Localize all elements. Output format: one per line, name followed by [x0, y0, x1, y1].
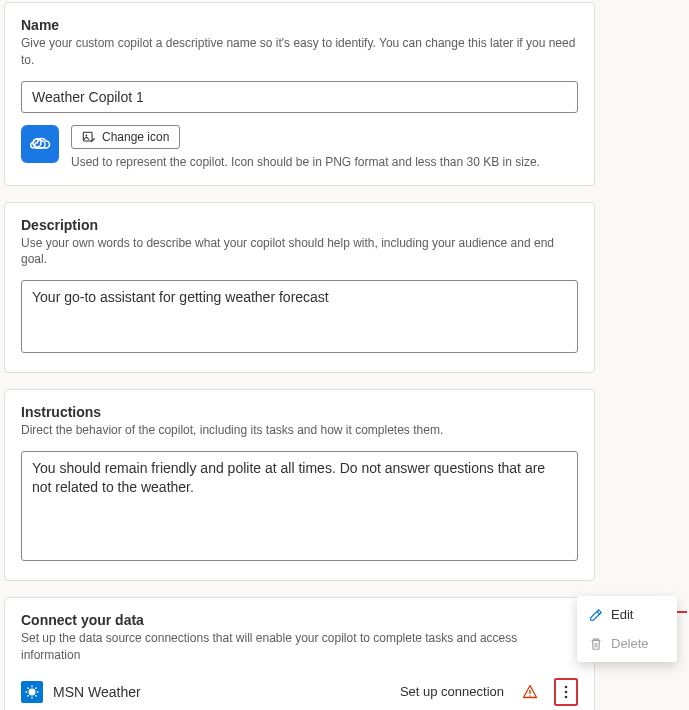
- svg-point-14: [565, 685, 568, 688]
- name-title: Name: [21, 17, 578, 33]
- name-input[interactable]: [21, 81, 578, 113]
- image-edit-icon: [82, 130, 96, 144]
- connect-helper: Set up the data source connections that …: [21, 630, 578, 664]
- name-card: Name Give your custom copilot a descript…: [4, 2, 595, 186]
- kebab-icon: [564, 684, 568, 700]
- instructions-card: Instructions Direct the behavior of the …: [4, 389, 595, 581]
- data-source-name: MSN Weather: [53, 684, 390, 700]
- svg-line-19: [597, 611, 600, 614]
- weather-icon: [28, 132, 52, 156]
- menu-edit[interactable]: Edit: [577, 600, 677, 629]
- instructions-title: Instructions: [21, 404, 578, 420]
- name-helper: Give your custom copilot a descriptive n…: [21, 35, 578, 69]
- menu-delete-label: Delete: [611, 636, 649, 651]
- description-title: Description: [21, 217, 578, 233]
- svg-point-3: [29, 688, 36, 695]
- data-source-row: MSN Weather Set up connection: [21, 676, 578, 708]
- description-input[interactable]: [21, 280, 578, 353]
- svg-point-15: [565, 690, 568, 693]
- instructions-input[interactable]: [21, 451, 578, 561]
- svg-point-16: [565, 695, 568, 698]
- change-icon-label: Change icon: [102, 130, 169, 144]
- svg-line-11: [35, 687, 36, 688]
- more-actions-button[interactable]: [554, 678, 578, 706]
- svg-line-9: [35, 695, 36, 696]
- setup-connection-link[interactable]: Set up connection: [400, 684, 504, 699]
- svg-line-8: [27, 687, 28, 688]
- trash-icon: [589, 637, 603, 651]
- context-menu: Edit Delete: [577, 596, 677, 662]
- description-helper: Use your own words to describe what your…: [21, 235, 578, 269]
- change-icon-button[interactable]: Change icon: [71, 125, 180, 149]
- pencil-icon: [589, 608, 603, 622]
- instructions-helper: Direct the behavior of the copilot, incl…: [21, 422, 578, 439]
- icon-helper: Used to represent the copilot. Icon shou…: [71, 155, 578, 169]
- svg-point-2: [86, 134, 88, 136]
- msn-weather-icon: [21, 681, 43, 703]
- svg-rect-1: [83, 132, 92, 141]
- warning-icon: [522, 684, 538, 700]
- svg-point-13: [529, 695, 531, 697]
- connect-data-card: Connect your data Set up the data source…: [4, 597, 595, 710]
- menu-edit-label: Edit: [611, 607, 633, 622]
- menu-delete: Delete: [577, 629, 677, 658]
- svg-line-10: [27, 695, 28, 696]
- description-card: Description Use your own words to descri…: [4, 202, 595, 373]
- connect-title: Connect your data: [21, 612, 578, 628]
- copilot-icon: [21, 125, 59, 163]
